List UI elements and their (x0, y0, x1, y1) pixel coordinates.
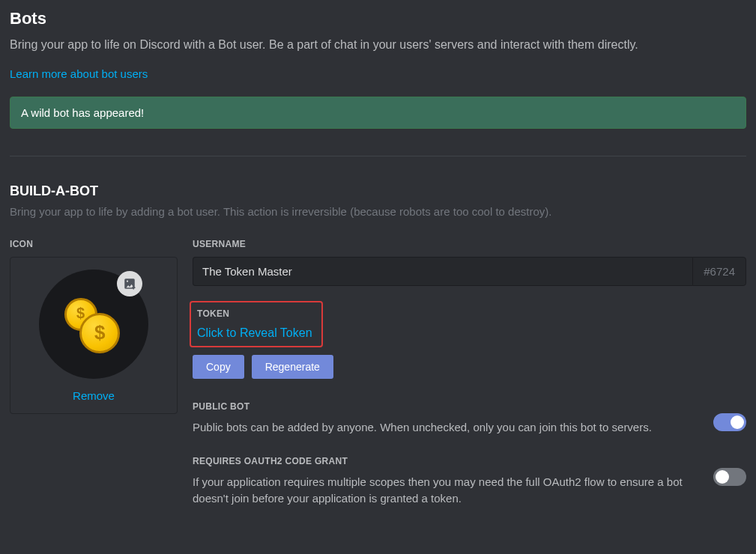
public-bot-description: Public bots can be added by anyone. When… (193, 419, 686, 436)
divider (10, 156, 746, 156)
icon-label: ICON (10, 239, 178, 249)
public-bot-toggle[interactable] (713, 413, 746, 431)
upload-image-icon[interactable] (117, 271, 142, 296)
alert-success: A wild bot has appeared! (10, 97, 746, 129)
copy-button[interactable]: Copy (193, 355, 244, 379)
oauth2-label: REQUIRES OAUTH2 CODE GRANT (193, 456, 686, 466)
bot-avatar[interactable] (39, 270, 148, 379)
discriminator: #6724 (692, 257, 746, 286)
public-bot-setting: PUBLIC BOT Public bots can be added by a… (193, 401, 746, 436)
token-section: TOKEN Click to Reveal Token (190, 301, 323, 347)
regenerate-button[interactable]: Regenerate (252, 355, 333, 379)
page-description: Bring your app to life on Discord with a… (10, 36, 746, 54)
oauth2-setting: REQUIRES OAUTH2 CODE GRANT If your appli… (193, 456, 746, 508)
build-a-bot-description: Bring your app to life by adding a bot u… (10, 205, 746, 218)
oauth2-toggle[interactable] (713, 468, 746, 486)
token-label: TOKEN (197, 308, 312, 319)
coins-icon (61, 298, 126, 350)
icon-card: Remove (10, 257, 178, 414)
username-label: USERNAME (193, 239, 746, 249)
learn-more-link[interactable]: Learn more about bot users (10, 67, 148, 80)
reveal-token-button[interactable]: Click to Reveal Token (194, 326, 312, 340)
page-title: Bots (10, 0, 746, 28)
public-bot-label: PUBLIC BOT (193, 401, 686, 412)
build-a-bot-title: BUILD-A-BOT (10, 183, 746, 199)
username-input[interactable] (193, 257, 692, 286)
remove-icon-button[interactable]: Remove (73, 389, 115, 408)
oauth2-description: If your application requires multiple sc… (193, 474, 686, 508)
